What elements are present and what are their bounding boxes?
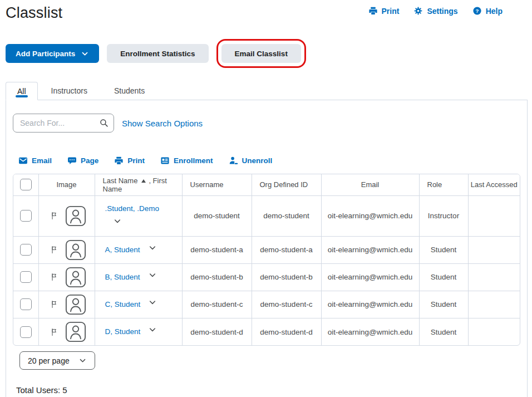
username-cell: demo-student (182, 195, 252, 236)
print-action-label: Print (127, 156, 145, 165)
header-actions: Print Settings ? Help (368, 3, 503, 16)
enrollment-action[interactable]: Enrollment (160, 156, 213, 165)
chevron-down-icon (81, 50, 89, 58)
col-name-before: Last Name (103, 177, 138, 185)
tab-all-label: All (17, 87, 26, 96)
row-checkbox[interactable] (20, 210, 32, 222)
col-name-sort[interactable]: Last Name, First Name (95, 174, 182, 195)
chevron-down-icon[interactable] (148, 297, 157, 312)
unenroll-person-icon (229, 156, 238, 165)
tab-instructors[interactable]: Instructors (38, 81, 101, 100)
tab-instructors-label: Instructors (51, 86, 87, 95)
flag-icon[interactable] (50, 328, 58, 336)
table-row: C, Student demo-student-c demo-student-c… (13, 291, 520, 318)
role-cell: Student (419, 291, 468, 318)
search-box (13, 114, 114, 133)
avatar (65, 205, 86, 227)
student-name-link[interactable]: D, Student (105, 327, 141, 336)
per-page-select[interactable]: 20 per page (19, 351, 95, 370)
classlist-page: Classlist Print Settings ? Help (0, 0, 532, 397)
row-checkbox[interactable] (20, 326, 32, 338)
chevron-down-icon[interactable] (148, 270, 157, 285)
unenroll-action[interactable]: Unenroll (229, 156, 273, 165)
svg-text:?: ? (475, 8, 479, 14)
role-cell: Instructor (419, 195, 468, 236)
red-highlight-annotation: Email Classlist (216, 39, 306, 68)
printer-icon (114, 156, 124, 165)
show-search-options-link[interactable]: Show Search Options (122, 119, 203, 128)
chevron-down-icon[interactable] (148, 325, 157, 339)
row-checkbox[interactable] (20, 271, 32, 283)
last-accessed-cell (468, 195, 520, 236)
student-name-link[interactable]: B, Student (105, 273, 140, 281)
org-id-cell: demo-student-b (252, 263, 321, 291)
avatar (65, 294, 86, 315)
page-action[interactable]: Page (67, 156, 98, 165)
total-users-label: Total Users: 5 (16, 385, 520, 395)
org-id-cell: demo-student-c (252, 291, 321, 318)
help-label: Help (486, 7, 503, 16)
tab-students[interactable]: Students (101, 81, 158, 100)
row-checkbox[interactable] (20, 298, 32, 310)
email-classlist-button[interactable]: Email Classlist (221, 44, 301, 63)
print-action[interactable]: Print (114, 156, 145, 165)
chevron-down-icon[interactable] (113, 216, 122, 231)
table-row: B, Student demo-student-b demo-student-b… (13, 263, 520, 291)
last-accessed-cell (468, 318, 520, 345)
classlist-panel: Show Search Options Email Page Print (6, 100, 528, 397)
table-header-row: Image Last Name, First Name Username Org… (13, 174, 520, 195)
col-image: Image (38, 174, 95, 195)
tab-bar: All Instructors Students (6, 81, 528, 100)
role-cell: Student (419, 263, 468, 291)
unenroll-action-label: Unenroll (242, 156, 273, 165)
username-cell: demo-student-c (182, 291, 252, 318)
table-row: A, Student demo-student-a demo-student-a… (13, 236, 520, 263)
username-cell: demo-student-a (182, 236, 252, 263)
chevron-down-icon (78, 356, 87, 365)
avatar (65, 321, 86, 342)
classlist-table: Image Last Name, First Name Username Org… (13, 174, 520, 346)
role-cell: Student (419, 318, 468, 345)
settings-link[interactable]: Settings (413, 6, 457, 16)
org-id-cell: demo-student-a (252, 236, 321, 263)
student-name-link[interactable]: A, Student (105, 246, 140, 254)
avatar (65, 239, 86, 261)
tab-all[interactable]: All (6, 82, 38, 100)
add-participants-label: Add Participants (16, 50, 75, 58)
flag-icon[interactable] (50, 273, 58, 281)
add-participants-button[interactable]: Add Participants (6, 44, 99, 63)
help-link[interactable]: ? Help (472, 6, 503, 16)
page-title: Classlist (6, 3, 62, 22)
row-checkbox[interactable] (20, 244, 32, 256)
col-email: Email (321, 174, 419, 195)
col-last-accessed: Last Accessed (468, 174, 520, 195)
flag-icon[interactable] (50, 246, 58, 254)
role-cell: Student (419, 236, 468, 263)
col-org-defined-id: Org Defined ID (252, 174, 321, 195)
student-name-link[interactable]: .Student, .Demo (105, 204, 160, 213)
org-id-cell: demo-student-d (252, 318, 321, 345)
gear-icon (413, 6, 423, 16)
printer-icon (368, 6, 378, 16)
print-link[interactable]: Print (368, 6, 400, 16)
settings-label: Settings (427, 7, 457, 16)
avatar (65, 267, 86, 288)
student-name-link[interactable]: C, Student (105, 300, 141, 308)
search-row: Show Search Options (13, 114, 520, 133)
enrollment-statistics-button[interactable]: Enrollment Statistics (107, 44, 208, 63)
chevron-down-icon[interactable] (148, 243, 157, 257)
select-all-checkbox[interactable] (20, 179, 32, 190)
page-action-label: Page (81, 156, 98, 165)
last-accessed-cell (468, 236, 520, 263)
org-id-cell: demo-student (252, 195, 321, 236)
per-page-value: 20 per page (28, 356, 70, 365)
last-accessed-cell (468, 291, 520, 318)
email-action[interactable]: Email (18, 156, 52, 165)
flag-icon[interactable] (50, 212, 58, 220)
tab-students-label: Students (114, 86, 145, 95)
email-cell: oit-elearning@wmich.edu (321, 291, 419, 318)
sort-ascending-icon (141, 179, 146, 183)
flag-icon[interactable] (50, 300, 58, 308)
toolbar: Add Participants Enrollment Statistics E… (6, 39, 528, 68)
search-icon[interactable] (99, 118, 109, 130)
